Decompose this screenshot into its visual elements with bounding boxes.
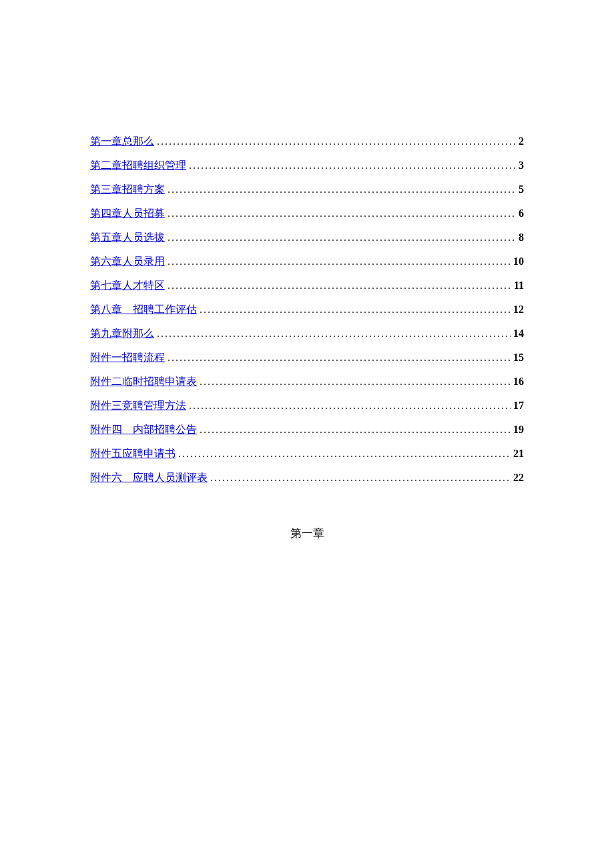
toc-leader [200, 422, 511, 438]
toc-link[interactable]: 附件六 应聘人员测评表 [90, 470, 208, 486]
toc-link[interactable]: 附件四 内部招聘公告 [90, 422, 197, 438]
toc-page: 16 [513, 374, 524, 390]
toc-leader [200, 302, 511, 318]
toc-link[interactable]: 附件五应聘申请书 [90, 446, 176, 462]
toc-page: 2 [519, 133, 524, 149]
toc-leader [168, 350, 511, 366]
toc-page: 8 [519, 230, 524, 246]
toc-entry: 第四章人员招募 6 [90, 205, 524, 222]
toc-entry: 第七章人才特区 11 [90, 278, 524, 294]
toc-link[interactable]: 第五章人员选拔 [90, 230, 165, 246]
toc-link[interactable]: 第六章人员录用 [90, 254, 165, 270]
toc-link[interactable]: 附件二临时招聘申请表 [90, 374, 197, 390]
toc-leader [168, 278, 511, 294]
toc-leader [189, 398, 511, 414]
toc-entry: 附件一招聘流程 15 [90, 350, 524, 366]
toc-leader [178, 446, 511, 462]
toc-leader [157, 133, 516, 149]
toc-leader [210, 470, 511, 486]
toc-page: 14 [513, 326, 524, 342]
toc-entry: 第六章人员录用 10 [90, 254, 524, 270]
toc-entry: 第三章招聘方案 5 [90, 181, 524, 197]
toc-entry: 第五章人员选拔 8 [90, 230, 524, 246]
toc-page: 6 [519, 205, 524, 222]
toc-leader [168, 230, 516, 246]
toc-link[interactable]: 附件一招聘流程 [90, 350, 165, 366]
toc-leader [189, 157, 516, 173]
toc-entry: 第八章 招聘工作评估 12 [90, 302, 524, 318]
toc-leader [157, 326, 511, 342]
toc-entry: 第九章附那么 14 [90, 326, 524, 342]
toc-page: 10 [513, 254, 524, 270]
toc-page: 15 [513, 350, 524, 366]
chapter-heading: 第一章 [90, 526, 524, 541]
toc-link[interactable]: 附件三竞聘管理方法 [90, 398, 186, 414]
toc-link[interactable]: 第四章人员招募 [90, 205, 165, 222]
toc-page: 5 [519, 181, 524, 197]
toc-leader [168, 254, 511, 270]
toc-entry: 第二章招聘组织管理 3 [90, 157, 524, 173]
table-of-contents: 第一章总那么 2 第二章招聘组织管理 3 第三章招聘方案 5 第四章人员招募 6… [90, 133, 524, 486]
toc-leader [200, 374, 511, 390]
toc-entry: 第一章总那么 2 [90, 133, 524, 149]
toc-entry: 附件六 应聘人员测评表 22 [90, 470, 524, 486]
toc-page: 22 [513, 470, 524, 486]
toc-leader [168, 205, 516, 222]
toc-link[interactable]: 第一章总那么 [90, 133, 154, 149]
toc-page: 21 [513, 446, 524, 462]
toc-entry: 附件二临时招聘申请表 16 [90, 374, 524, 390]
toc-link[interactable]: 第二章招聘组织管理 [90, 157, 186, 173]
toc-entry: 附件三竞聘管理方法 17 [90, 398, 524, 414]
toc-entry: 附件四 内部招聘公告 19 [90, 422, 524, 438]
toc-entry: 附件五应聘申请书 21 [90, 446, 524, 462]
toc-leader [168, 181, 516, 197]
toc-page: 3 [519, 157, 524, 173]
toc-page: 17 [513, 398, 524, 414]
toc-page: 11 [514, 278, 524, 294]
toc-link[interactable]: 第七章人才特区 [90, 278, 165, 294]
toc-page: 19 [513, 422, 524, 438]
toc-page: 12 [513, 302, 524, 318]
toc-link[interactable]: 第三章招聘方案 [90, 181, 165, 197]
document-page: 第一章总那么 2 第二章招聘组织管理 3 第三章招聘方案 5 第四章人员招募 6… [0, 0, 614, 868]
toc-link[interactable]: 第九章附那么 [90, 326, 154, 342]
toc-link[interactable]: 第八章 招聘工作评估 [90, 302, 197, 318]
